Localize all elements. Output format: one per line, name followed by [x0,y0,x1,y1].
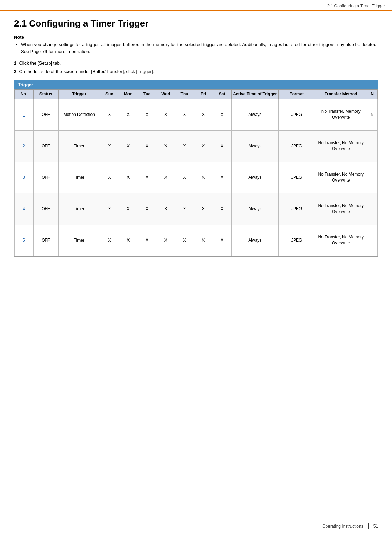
cell-status: OFF [33,99,58,130]
col-header-status: Status [33,90,58,99]
cell-sun: X [100,162,119,193]
cell-tue: X [138,193,156,225]
col-header-mon: Mon [119,90,138,99]
col-header-trigger: Trigger [58,90,100,99]
cell-mon: X [119,193,138,225]
cell-thu: X [175,162,194,193]
cell-mon: X [119,225,138,256]
row-link-2[interactable]: 2 [23,144,25,148]
row-link-1[interactable]: 1 [23,112,25,117]
table-row: 3 OFF Timer X X X X X X X Always JPEG No… [15,162,378,193]
cell-sat: X [213,225,231,256]
col-header-sat: Sat [213,90,231,99]
footer-divider [368,523,369,529]
cell-trigger: Timer [58,193,100,225]
cell-transfer: No Transfer, No Memory Overwrite [315,130,367,162]
cell-tue: X [138,225,156,256]
cell-transfer: No Transfer, No Memory Overwrite [315,162,367,193]
cell-no: 2 [15,130,34,162]
table-row: 2 OFF Timer X X X X X X X Always JPEG No… [15,130,378,162]
cell-active: Always [231,162,278,193]
trigger-table: Trigger No. Status Trigger Sun Mon Tue W… [14,80,378,257]
cell-sat: X [213,162,231,193]
table-header-row: No. Status Trigger Sun Mon Tue Wed Thu F… [15,90,378,99]
cell-status: OFF [33,225,58,256]
cell-status: OFF [33,130,58,162]
cell-thu: X [175,225,194,256]
cell-sun: X [100,225,119,256]
steps: 1. Click the [Setup] tab. 2. On the left… [14,60,378,75]
cell-sat: X [213,130,231,162]
cell-no: 3 [15,162,34,193]
cell-mon: X [119,99,138,130]
table-row: 5 OFF Timer X X X X X X X Always JPEG No… [15,225,378,256]
footer-label: Operating Instructions [322,524,363,529]
note-list: When you change settings for a trigger, … [21,41,378,55]
cell-status: OFF [33,162,58,193]
note-label: Note [14,35,378,40]
cell-wed: X [156,130,175,162]
cell-trigger: Timer [58,225,100,256]
col-header-format: Format [278,90,315,99]
cell-sat: X [213,99,231,130]
cell-trigger: Motion Detection [58,99,100,130]
cell-mon: X [119,130,138,162]
row-link-3[interactable]: 3 [23,175,25,180]
cell-status: OFF [33,193,58,225]
footer-page: 51 [373,524,378,529]
cell-tue: X [138,162,156,193]
page-content: 2.1 Configuring a Timer Trigger Note Whe… [0,11,392,271]
table-row: 4 OFF Timer X X X X X X X Always JPEG No… [15,193,378,225]
note-item: When you change settings for a trigger, … [21,41,378,55]
col-header-wed: Wed [156,90,175,99]
cell-no: 4 [15,193,34,225]
col-header-fri: Fri [194,90,213,99]
cell-wed: X [156,99,175,130]
cell-transfer: No Transfer, No Memory Overwrite [315,193,367,225]
col-header-tue: Tue [138,90,156,99]
cell-sun: X [100,193,119,225]
row-link-5[interactable]: 5 [23,238,25,243]
cell-no: 5 [15,225,34,256]
col-header-sun: Sun [100,90,119,99]
cell-format: JPEG [278,193,315,225]
cell-thu: X [175,193,194,225]
cell-sun: X [100,99,119,130]
cell-wed: X [156,193,175,225]
trigger-table-header-bar: Trigger [14,80,378,89]
cell-n [367,130,377,162]
cell-format: JPEG [278,162,315,193]
cell-active: Always [231,130,278,162]
col-header-thu: Thu [175,90,194,99]
cell-n [367,193,377,225]
cell-transfer: No Transfer, No Memory Overwrite [315,225,367,256]
cell-format: JPEG [278,225,315,256]
cell-mon: X [119,162,138,193]
col-header-no: No. [15,90,34,99]
cell-n [367,162,377,193]
cell-active: Always [231,225,278,256]
page-footer: Operating Instructions 51 [322,523,378,529]
col-header-n: N [367,90,377,99]
cell-active: Always [231,99,278,130]
table-row: 1 OFF Motion Detection X X X X X X X Alw… [15,99,378,130]
trigger-data-table: No. Status Trigger Sun Mon Tue Wed Thu F… [14,89,378,256]
col-header-transfer: Transfer Method [315,90,367,99]
cell-sat: X [213,193,231,225]
cell-fri: X [194,162,213,193]
cell-fri: X [194,225,213,256]
step-2: 2. On the left side of the screen under … [14,68,378,75]
cell-no: 1 [15,99,34,130]
cell-wed: X [156,162,175,193]
cell-format: JPEG [278,130,315,162]
row-link-4[interactable]: 4 [23,206,25,211]
cell-trigger: Timer [58,130,100,162]
cell-transfer: No Transfer, Memory Overwrite [315,99,367,130]
col-header-active: Active Time of Trigger [231,90,278,99]
cell-fri: X [194,130,213,162]
page-header: 2.1 Configuring a Timer Trigger [0,0,392,11]
cell-n: N [367,99,377,130]
cell-tue: X [138,130,156,162]
cell-active: Always [231,193,278,225]
cell-trigger: Timer [58,162,100,193]
